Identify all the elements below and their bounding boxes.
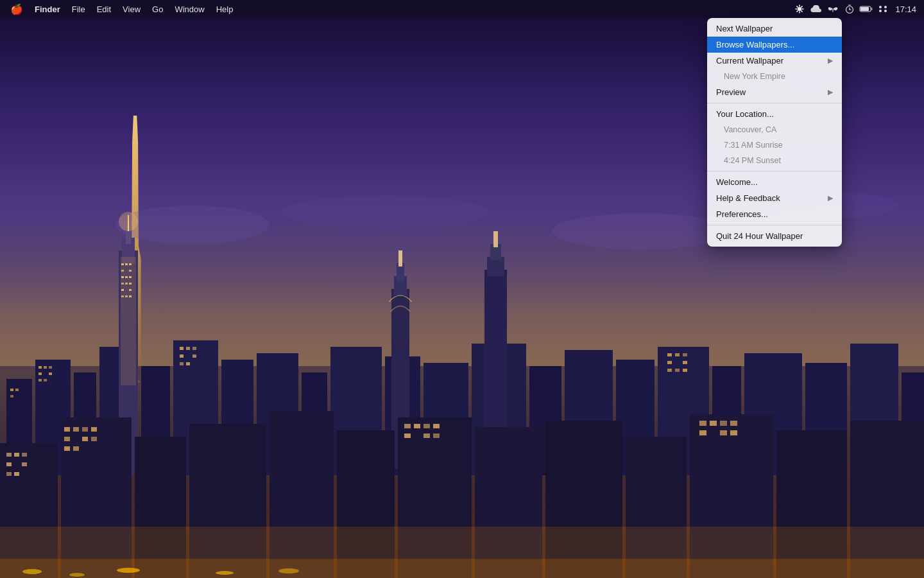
menu-item-help-feedback[interactable]: Help & Feedback ▶ [707, 190, 842, 206]
browse-wallpapers-label: Browse Wallpapers... [716, 40, 794, 49]
svg-point-97 [22, 569, 42, 574]
sunrise-label: 7:31 AM Sunrise [724, 141, 783, 150]
svg-rect-72 [180, 362, 184, 365]
svg-rect-78 [683, 361, 687, 364]
svg-rect-80 [675, 369, 680, 372]
svg-rect-75 [675, 353, 680, 356]
svg-rect-68 [186, 347, 190, 350]
svg-rect-121 [433, 424, 440, 428]
svg-point-101 [278, 568, 299, 574]
menu-divider-1 [707, 103, 842, 103]
svg-rect-116 [64, 446, 70, 451]
menu-item-quit[interactable]: Quit 24 Hour Wallpaper [707, 228, 842, 244]
svg-rect-104 [22, 453, 27, 457]
svg-rect-38 [125, 276, 128, 278]
menu-item-preferences[interactable]: Preferences... [707, 206, 842, 222]
control-center-icon[interactable] [876, 2, 890, 16]
svg-point-0 [116, 206, 270, 244]
menu-item-next-wallpaper[interactable]: Next Wallpaper [707, 21, 842, 37]
svg-rect-112 [91, 427, 97, 432]
finder-menu-item[interactable]: Finder [30, 3, 65, 15]
sunset-label: 4:24 PM Sunset [724, 156, 781, 165]
help-menu-item[interactable]: Help [211, 3, 239, 15]
svg-rect-128 [730, 421, 737, 426]
svg-rect-102 [6, 453, 12, 457]
svg-line-141 [797, 11, 798, 12]
svg-point-1 [282, 196, 488, 228]
menu-item-your-location[interactable]: Your Location... [707, 106, 842, 122]
svg-rect-52 [398, 250, 402, 267]
file-menu-item[interactable]: File [67, 3, 90, 15]
menu-divider-2 [707, 171, 842, 171]
svg-rect-63 [38, 372, 42, 375]
menu-item-browse-wallpapers[interactable]: Browse Wallpapers... [707, 37, 842, 53]
svg-rect-33 [125, 263, 128, 265]
menu-item-wallpaper-name: New York Empire [707, 69, 842, 84]
svg-rect-65 [38, 379, 42, 381]
svg-rect-115 [91, 437, 97, 441]
svg-rect-131 [730, 430, 737, 435]
menu-item-preview[interactable]: Preview ▶ [707, 84, 842, 100]
svg-rect-114 [82, 437, 88, 441]
go-menu-item[interactable]: Go [147, 3, 168, 15]
svg-rect-96 [0, 559, 924, 578]
svg-rect-57 [10, 389, 13, 391]
svg-rect-77 [667, 361, 672, 364]
timer-icon[interactable] [843, 2, 857, 16]
svg-point-152 [884, 10, 887, 12]
svg-rect-42 [129, 283, 132, 285]
edit-menu-item[interactable]: Edit [92, 3, 116, 15]
svg-rect-130 [720, 430, 727, 435]
svg-rect-44 [129, 289, 132, 291]
svg-rect-118 [404, 424, 411, 428]
brightness-icon[interactable] [792, 2, 807, 16]
svg-rect-66 [44, 379, 47, 381]
svg-rect-120 [424, 424, 430, 428]
svg-rect-108 [14, 472, 19, 476]
svg-rect-59 [10, 395, 13, 398]
menu-item-city: Vancouver, CA [707, 122, 842, 137]
svg-line-139 [801, 11, 802, 12]
svg-rect-117 [73, 446, 79, 451]
svg-point-133 [798, 7, 801, 11]
window-menu-item[interactable]: Window [169, 3, 209, 15]
svg-rect-76 [683, 353, 687, 356]
svg-rect-79 [667, 369, 672, 372]
svg-rect-103 [14, 453, 19, 457]
svg-point-99 [117, 568, 140, 573]
next-wallpaper-label: Next Wallpaper [716, 24, 773, 33]
dropdown-menu: Next Wallpaper Browse Wallpapers... Curr… [707, 18, 842, 247]
menubar: 🍎 Finder File Edit View Go Window Help [0, 0, 924, 18]
current-wallpaper-label: Current Wallpaper [716, 56, 783, 66]
svg-rect-70 [180, 355, 184, 358]
svg-rect-71 [193, 355, 196, 358]
wallpaper-name-label: New York Empire [724, 72, 785, 81]
menu-item-welcome[interactable]: Welcome... [707, 174, 842, 190]
svg-rect-34 [129, 263, 132, 265]
svg-rect-37 [121, 276, 124, 278]
svg-rect-124 [433, 434, 440, 438]
svg-point-98 [69, 573, 85, 577]
svg-line-140 [801, 6, 802, 7]
svg-rect-106 [22, 462, 27, 466]
apple-menu-item[interactable]: 🍎 [5, 2, 28, 17]
svg-rect-64 [49, 372, 52, 375]
icloud-icon[interactable] [809, 2, 823, 16]
battery-icon[interactable] [859, 2, 873, 16]
svg-rect-47 [129, 295, 132, 297]
svg-rect-36 [129, 270, 132, 272]
svg-rect-60 [38, 366, 42, 369]
svg-rect-111 [82, 427, 88, 432]
svg-rect-40 [121, 283, 124, 285]
svg-rect-43 [121, 289, 124, 291]
svg-rect-32 [121, 263, 124, 265]
view-menu-item[interactable]: View [117, 3, 146, 15]
current-wallpaper-chevron: ▶ [828, 57, 833, 65]
svg-rect-110 [73, 427, 79, 432]
svg-rect-61 [44, 366, 47, 369]
svg-rect-148 [871, 8, 873, 10]
butterfly-icon[interactable] [826, 2, 840, 16]
svg-rect-126 [710, 421, 717, 426]
menu-item-current-wallpaper[interactable]: Current Wallpaper ▶ [707, 53, 842, 69]
preview-label: Preview [716, 87, 746, 97]
